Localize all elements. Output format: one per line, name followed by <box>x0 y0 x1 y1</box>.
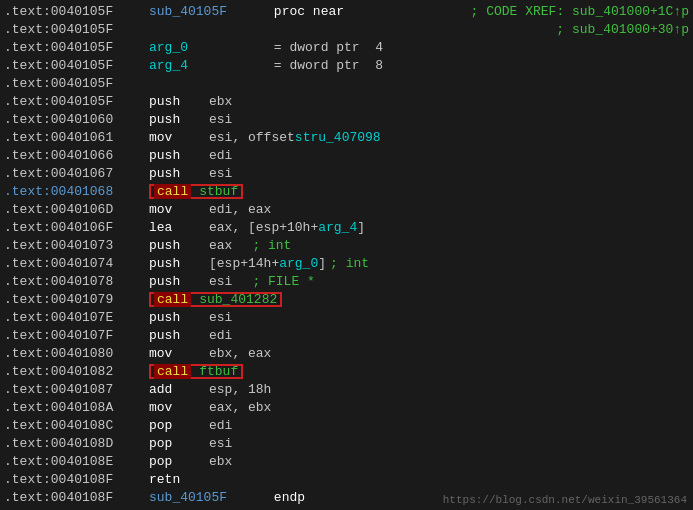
code-line: .text:00401067 push esi <box>0 164 693 182</box>
label: sub_40105F <box>149 4 227 19</box>
address: .text:0040108F <box>4 472 149 487</box>
operand: [esp+14h+ <box>209 256 279 271</box>
address: .text:00401068 <box>4 184 149 199</box>
address: .text:00401087 <box>4 382 149 397</box>
comment: ; FILE * <box>252 274 314 289</box>
call-mnemonic: call <box>154 292 191 307</box>
mnemonic: push <box>149 166 209 181</box>
comment: ; int <box>330 256 369 271</box>
code-line: .text:00401073 push eax ; int <box>0 236 693 254</box>
operand: eax, [esp+10h+ <box>209 220 318 235</box>
address: .text:00401067 <box>4 166 149 181</box>
operand: esi <box>209 310 232 325</box>
mnemonic: pop <box>149 454 209 469</box>
operand: edi, eax <box>209 202 271 217</box>
call-box: call ftbuf <box>149 364 243 379</box>
code-line: .text:0040108E pop ebx <box>0 452 693 470</box>
address: .text:0040105F <box>4 94 149 109</box>
address: .text:00401079 <box>4 292 149 307</box>
code-line: .text:0040108F <box>0 506 693 510</box>
code-line: .text:0040107E push esi <box>0 308 693 326</box>
comment: ; sub_401000+30↑p <box>268 22 689 37</box>
operand-target: stru_407098 <box>295 130 381 145</box>
operand: edi <box>209 148 232 163</box>
address: .text:00401066 <box>4 148 149 163</box>
code-line: .text:0040105F arg_0 = dword ptr 4 <box>0 38 693 56</box>
code-line: .text:00401060 push esi <box>0 110 693 128</box>
code-line: .text:0040107F push edi <box>0 326 693 344</box>
code-line: .text:0040108C pop edi <box>0 416 693 434</box>
operand: esp, 18h <box>209 382 271 397</box>
code-line: .text:0040108F retn <box>0 470 693 488</box>
address: .text:0040108C <box>4 418 149 433</box>
operand: eax <box>209 238 232 253</box>
mnemonic: mov <box>149 130 209 145</box>
mnemonic: push <box>149 94 209 109</box>
address: .text:00401078 <box>4 274 149 289</box>
code-line: .text:00401066 push edi <box>0 146 693 164</box>
address: .text:0040108D <box>4 436 149 451</box>
address: .text:0040106D <box>4 202 149 217</box>
operand: esi <box>209 436 232 451</box>
code-line: .text:0040106D mov edi, eax <box>0 200 693 218</box>
label-endp: sub_40105F <box>149 490 227 505</box>
code-line: .text:00401080 mov ebx, eax <box>0 344 693 362</box>
code-line: .text:0040106F lea eax, [esp+10h+arg_4] <box>0 218 693 236</box>
address: .text:0040108A <box>4 400 149 415</box>
code-line: .text:0040105F arg_4 = dword ptr 8 <box>0 56 693 74</box>
operand: esi <box>209 274 232 289</box>
address: .text:00401074 <box>4 256 149 271</box>
mnemonic: mov <box>149 346 209 361</box>
call-target: ftbuf <box>199 364 238 379</box>
mnemonic: proc near <box>274 4 344 19</box>
address: .text:00401073 <box>4 238 149 253</box>
mnemonic: lea <box>149 220 209 235</box>
mnemonic: push <box>149 112 209 127</box>
address: .text:0040107E <box>4 310 149 325</box>
call-target: stbuf <box>199 184 238 199</box>
operand: edi <box>209 328 232 343</box>
mnemonic: push <box>149 238 209 253</box>
call-mnemonic: call <box>154 364 191 379</box>
address: .text:0040107F <box>4 328 149 343</box>
mnemonic: retn <box>149 472 209 487</box>
mnemonic: push <box>149 310 209 325</box>
mnemonic: push <box>149 148 209 163</box>
comment: ; int <box>252 238 291 253</box>
address: .text:0040105F <box>4 76 149 91</box>
code-line: .text:00401078 push esi ; FILE * <box>0 272 693 290</box>
call-target: sub_401282 <box>199 292 277 307</box>
mnemonic: add <box>149 382 209 397</box>
mnemonic: pop <box>149 418 209 433</box>
arg-name: arg_4 <box>149 58 188 73</box>
code-line: .text:00401087 add esp, 18h <box>0 380 693 398</box>
address: .text:0040105F <box>4 40 149 55</box>
operand: eax, ebx <box>209 400 271 415</box>
code-line: .text:00401074 push [esp+14h+arg_0] ; in… <box>0 254 693 272</box>
code-line: .text:0040108D pop esi <box>0 434 693 452</box>
arg-name: arg_0 <box>149 40 188 55</box>
mnemonic: mov <box>149 400 209 415</box>
comment: ; CODE XREF: sub_401000+1C↑p <box>361 4 689 19</box>
code-line-call-stbuf: .text:00401068 call stbuf <box>0 182 693 200</box>
operand: ebx <box>209 94 232 109</box>
operand: edi <box>209 418 232 433</box>
operand: esi, offset <box>209 130 295 145</box>
operand: esi <box>209 166 232 181</box>
code-line: .text:0040105F ; sub_401000+30↑p <box>0 20 693 38</box>
code-line-call-ftbuf: .text:00401082 call ftbuf <box>0 362 693 380</box>
watermark: https://blog.csdn.net/weixin_39561364 <box>443 494 687 506</box>
address: .text:0040106F <box>4 220 149 235</box>
mnemonic: mov <box>149 202 209 217</box>
mnemonic: push <box>149 274 209 289</box>
call-mnemonic: call <box>154 184 191 199</box>
address: .text:0040105F <box>4 58 149 73</box>
address: .text:00401060 <box>4 112 149 127</box>
call-box: call sub_401282 <box>149 292 282 307</box>
address: .text:00401080 <box>4 346 149 361</box>
address: .text:0040105F <box>4 22 149 37</box>
address: .text:00401061 <box>4 130 149 145</box>
code-line: .text:0040105F sub_40105F proc near ; CO… <box>0 2 693 20</box>
mnemonic: push <box>149 256 209 271</box>
code-line-call-sub401282: .text:00401079 call sub_401282 <box>0 290 693 308</box>
